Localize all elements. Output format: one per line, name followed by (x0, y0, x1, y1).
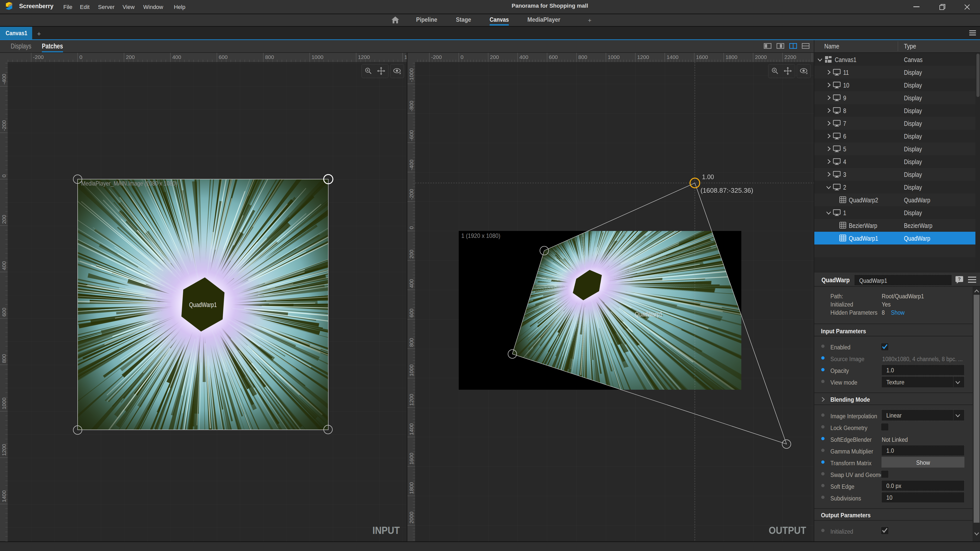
svg-text:200: 200 (126, 54, 135, 60)
svg-text:400: 400 (520, 54, 528, 60)
svg-text:1000: 1000 (608, 54, 620, 60)
svg-text:1400: 1400 (667, 54, 679, 60)
svg-text:400: 400 (172, 54, 181, 60)
svg-text:800: 800 (265, 54, 274, 60)
svg-text:200: 200 (490, 54, 499, 60)
svg-text:-200: -200 (431, 54, 442, 60)
svg-text:?: ? (958, 277, 961, 282)
svg-text:2000: 2000 (755, 54, 767, 60)
svg-text:1400: 1400 (404, 54, 407, 60)
svg-text:1600: 1600 (696, 54, 708, 60)
svg-text:800: 800 (578, 54, 587, 60)
svg-text:1200: 1200 (358, 54, 370, 60)
svg-text:0: 0 (80, 54, 83, 60)
svg-text:1000: 1000 (312, 54, 323, 60)
svg-text:-200: -200 (33, 54, 44, 60)
svg-text:600: 600 (219, 54, 228, 60)
svg-text:1200: 1200 (637, 54, 649, 60)
svg-text:1800: 1800 (725, 54, 738, 60)
svg-text:600: 600 (549, 54, 558, 60)
svg-text:2200: 2200 (784, 54, 797, 60)
svg-text:0: 0 (460, 54, 464, 60)
